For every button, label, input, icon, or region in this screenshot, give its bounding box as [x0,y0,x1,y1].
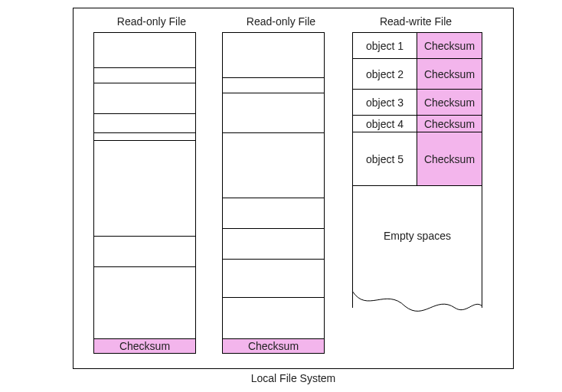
row-divider [94,132,195,133]
rw-row: object 3 Checksum [353,90,482,116]
diagram-caption: Local File System [73,372,514,384]
checksum-cell: Checksum [417,90,482,115]
row-divider [94,113,195,114]
rw-row: object 5 Checksum [353,132,482,186]
object-label: object 2 [353,59,417,89]
checksum-cell: Checksum [417,116,482,132]
row-divider [94,83,195,83]
rw-row: object 4 Checksum [353,116,482,132]
row-divider [94,236,195,237]
checksum-cell: Checksum [417,132,482,185]
rw-row: object 1 Checksum [353,33,482,59]
col-title-left: Read-only File [90,15,213,28]
row-divider [94,266,195,267]
row-divider [94,140,195,141]
object-label: object 4 [353,116,417,132]
row-divider [223,259,324,260]
object-label: object 5 [353,132,417,185]
row-divider [223,93,324,93]
checksum-footer-left: Checksum [94,338,195,353]
readwrite-col: object 1 Checksum object 2 Checksum obje… [352,32,482,308]
object-label: object 1 [353,33,417,58]
checksum-cell: Checksum [417,59,482,89]
readonly-col-mid: Checksum [222,32,325,354]
row-divider [223,228,324,229]
empty-spaces-label: Empty spaces [352,230,482,242]
readonly-col-left: Checksum [93,32,196,354]
col-title-mid: Read-only File [220,15,342,28]
row-divider [223,132,324,133]
object-label: object 3 [353,90,417,115]
rw-row: object 2 Checksum [353,59,482,90]
col-title-right: Read-write File [339,15,492,28]
row-divider [223,297,324,298]
row-divider [94,67,195,68]
checksum-cell: Checksum [417,33,482,58]
row-divider [223,77,324,78]
row-divider [223,198,324,198]
checksum-footer-mid: Checksum [223,338,324,353]
